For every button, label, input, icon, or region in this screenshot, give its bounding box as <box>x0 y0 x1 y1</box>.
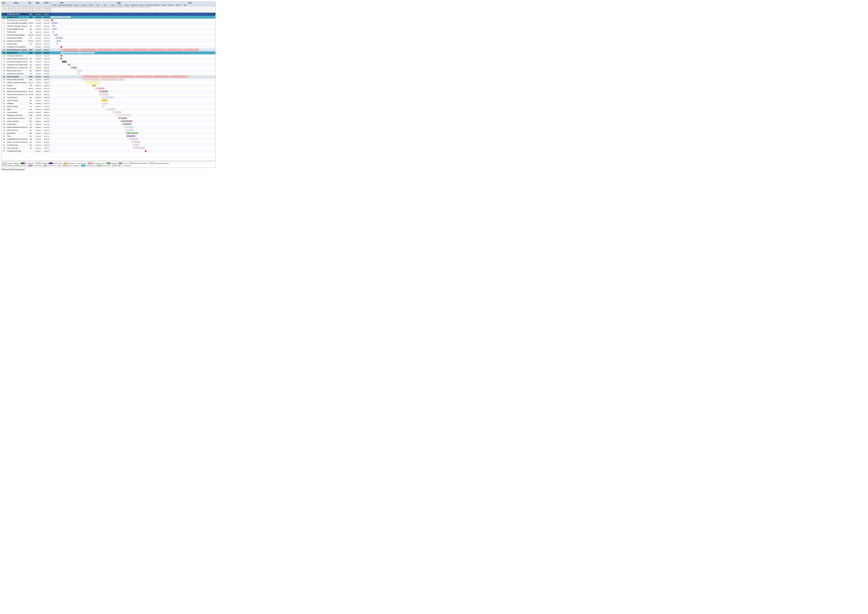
cell-finish-23: 16/09/16 <box>42 79 51 81</box>
cell-chart-25 <box>51 84 215 87</box>
cell-finish-29: 12/08/16 <box>42 97 51 99</box>
cell-line-11: 11 <box>2 43 6 45</box>
cell-line-18: 18 <box>2 64 6 66</box>
cell-finish-42: 11/11/16 <box>42 135 51 137</box>
cell-start-23: 21/03/16 <box>34 79 42 81</box>
cell-line-3: 3 <box>2 19 6 21</box>
cell-start-38: 12/09/16 <box>34 123 42 125</box>
legend-floor-finishes: Floor finishes - carpet <box>43 165 61 166</box>
row-19: 19 Reinforcement, formwork and cast foun… <box>2 66 215 69</box>
cell-name-28: Internal walls and board 1 side <box>6 93 28 96</box>
row-9: 9 Hoarding and scaffold 5w 02/11/15 04/1… <box>2 37 215 40</box>
cell-dur-38: 6w <box>28 123 34 125</box>
cell-dur-5: 2w <box>28 25 34 27</box>
cell-finish-28: 20/07/16 <box>42 94 51 96</box>
cell-name-33: Stairs <box>6 109 28 110</box>
cell-chart-16 <box>51 57 215 60</box>
cell-dur-40: 6w <box>28 129 34 131</box>
cell-start-47: 16/01/17 <box>34 150 42 152</box>
cell-dur-33: 6w <box>28 109 34 110</box>
cell-finish-47: 16/01/17 <box>42 150 51 152</box>
cell-dur-45: 4w <box>28 144 34 146</box>
cell-chart-18 <box>51 64 215 66</box>
cell-chart-45 <box>51 144 215 146</box>
cell-chart-5 <box>51 25 215 28</box>
month-may16: May <box>102 4 109 6</box>
cell-name-22: Super-Structure <box>6 76 28 78</box>
row-23: 23 External walls and steel 25w 21/03/16… <box>2 78 215 81</box>
cell-dur-47 <box>28 151 34 151</box>
legend-label-decorations: Decorations <box>19 165 27 166</box>
cell-finish-19: 26/02/16 <box>42 67 51 69</box>
cell-start-21: 29/02/16 <box>34 73 42 75</box>
cell-line-1: 1 <box>2 13 6 15</box>
cell-dur-37: 8w <box>28 120 34 122</box>
month-jan17: January <box>160 4 167 6</box>
row-28: 28 Internal walls and board 1 side 5w 3d… <box>2 93 215 96</box>
row-11: 11 Install turnstile 1w 09/11/15 13/11/1… <box>2 42 215 45</box>
cell-line-28: 28 <box>2 93 6 96</box>
year-2016: 2016 <box>73 2 165 4</box>
cell-chart-26 <box>51 87 215 90</box>
cell-dur-9: 5w <box>28 37 34 39</box>
month-feb16: February <box>80 4 87 6</box>
cell-finish-26: 08/07/16 <box>42 88 51 90</box>
cell-name-47: Complete New build <box>6 150 28 152</box>
cell-chart-2 <box>51 16 215 19</box>
cell-name-7: Protect trees <box>6 31 28 33</box>
cell-line-9: 9 <box>2 37 6 39</box>
cell-finish-12: 07/12/15 <box>42 46 51 48</box>
cell-line-15: 15 <box>2 55 6 57</box>
row-17: 17 Excavate foundations and drain runs 3… <box>2 60 215 64</box>
row-18: 18 Lay drains, test, inspect, backfill 2… <box>2 64 215 66</box>
cell-line-39: 39 <box>2 126 6 128</box>
cell-dur-30: 4w <box>28 99 34 102</box>
cell-start-22: 21/03/16 <box>34 76 42 78</box>
cell-dur-34: 5w 4d <box>28 111 34 113</box>
cell-start-17: 14/12/15 <box>34 61 42 63</box>
cell-line-34: 34 <box>2 111 6 113</box>
row-14: 14 Sub-Structure 66d 07/12/15 18/03/16 <box>2 51 215 54</box>
cell-chart-34 <box>51 111 215 114</box>
cell-dur-36: 6w <box>28 117 34 119</box>
cell-name-35: Plastering & mist coat <box>6 114 28 116</box>
cell-start-3: 12/10/15 <box>34 19 42 21</box>
cell-line-33: 33 <box>2 109 6 110</box>
cell-chart-21 <box>51 72 215 75</box>
cell-name-44: Inspect, test and commission <box>6 141 28 143</box>
legend-label-plastering: Plastering <box>7 165 13 166</box>
legend-label-architectural-metalwork: Architectural Metalwork <box>154 163 169 164</box>
cell-line-27: 27 <box>2 90 6 93</box>
cell-start-24: 13/04/16 <box>34 82 42 84</box>
cell-chart-14 <box>51 51 215 54</box>
cell-start-2: 12/10/15 <box>34 16 42 18</box>
cell-start-20: 29/02/16 <box>34 70 42 72</box>
cell-dur-24: 8w 1d <box>28 82 34 84</box>
col-header-line: Line <box>2 2 6 4</box>
cell-chart-23 <box>51 78 215 81</box>
cell-name-14: Sub-Structure <box>6 52 28 54</box>
row-26: 26 Roof & gutter 5w 4d 31/05/16 08/07/16 <box>2 87 215 90</box>
cell-chart-7 <box>51 31 215 33</box>
cell-dur-44: 6w <box>28 141 34 143</box>
row-46: 46 Clean and snag 8w 07/11/16 13/01/17 <box>2 147 215 150</box>
cell-finish-31: 15/07/16 <box>42 102 51 104</box>
cell-name-34: Close up walls <box>6 111 28 113</box>
legend-label-builders-clean: Builder's Clean <box>101 165 111 166</box>
row-34: 34 Close up walls 5w 4d 01/08/16 09/09/1… <box>2 111 215 114</box>
row-38: 38 Install kitchen 6w 12/09/16 21/10/16 <box>2 123 215 126</box>
cell-finish-36: 10/10/16 <box>42 118 51 119</box>
row-25: 25 Trusses 3w 09/05/16 27/05/16 <box>2 84 215 87</box>
cell-start-29: 20/06/16 <box>34 97 42 99</box>
row-24: 24 Hollow concrete floor planks 8w 1d 13… <box>2 81 215 84</box>
legend-joinery: Joinery <box>118 163 127 164</box>
cell-start-13: 07/12/15 <box>34 49 42 51</box>
cell-name-4: Set up site office and welfare <box>6 22 28 24</box>
legend-label-principle-contractor: Principle Contractor <box>7 163 19 164</box>
cell-finish-4: 05/11/15 <box>42 22 51 24</box>
cell-line-43: 43 <box>2 138 6 140</box>
cell-start-30: 20/06/16 <box>34 99 42 102</box>
cell-start-7: 19/10/15 <box>34 31 42 33</box>
cell-chart-39 <box>51 126 215 129</box>
row-7: 7 Protect trees 1w 19/10/15 23/10/15 <box>2 31 215 34</box>
